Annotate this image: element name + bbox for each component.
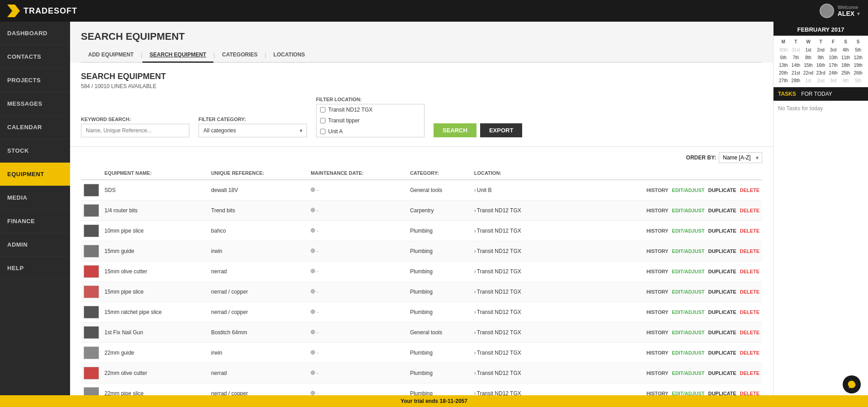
edit-action[interactable]: EDIT/ADJUST: [672, 350, 704, 356]
cal-day[interactable]: 12th: [852, 54, 864, 61]
tab-search[interactable]: SEARCH EQUIPMENT: [142, 48, 213, 63]
cal-day[interactable]: 25th: [840, 69, 852, 77]
sidebar-item-calendar[interactable]: CALENDAR: [0, 116, 70, 139]
edit-action[interactable]: EDIT/ADJUST: [672, 330, 704, 335]
edit-action[interactable]: EDIT/ADJUST: [672, 309, 704, 315]
cal-day[interactable]: 3rd: [827, 77, 840, 84]
edit-action[interactable]: EDIT/ADJUST: [672, 208, 704, 213]
cal-day[interactable]: 18th: [840, 61, 852, 69]
cal-day[interactable]: 17th: [827, 61, 840, 69]
cal-day[interactable]: 14th: [790, 61, 802, 69]
cal-day[interactable]: 20th: [777, 69, 790, 77]
history-action[interactable]: HISTORY: [646, 187, 668, 193]
history-action[interactable]: HISTORY: [646, 391, 668, 395]
history-action[interactable]: HISTORY: [646, 269, 668, 274]
cal-day[interactable]: 1st: [802, 77, 815, 84]
cal-day[interactable]: 16th: [815, 61, 827, 69]
duplicate-action[interactable]: DUPLICATE: [708, 248, 736, 254]
edit-action[interactable]: EDIT/ADJUST: [672, 391, 704, 395]
cal-day[interactable]: 3rd: [827, 46, 840, 54]
sidebar-item-stock[interactable]: STOCK: [0, 139, 70, 163]
cal-day[interactable]: 26th: [852, 69, 864, 77]
cal-day[interactable]: 10th: [827, 54, 840, 61]
duplicate-action[interactable]: DUPLICATE: [708, 289, 736, 295]
delete-action[interactable]: DELETE: [740, 350, 760, 356]
order-by-select[interactable]: Name [A-Z]: [719, 152, 762, 163]
cal-day[interactable]: 9th: [815, 54, 827, 61]
sidebar-item-projects[interactable]: PROJECTS: [0, 69, 70, 92]
duplicate-action[interactable]: DUPLICATE: [708, 187, 736, 193]
cal-day[interactable]: 2nd: [815, 77, 827, 84]
cal-day[interactable]: 31st: [790, 46, 802, 54]
user-menu[interactable]: Welcome ALEX ▼: [820, 4, 861, 18]
tab-locations[interactable]: LOCATIONS: [266, 48, 312, 63]
cal-day[interactable]: 24th: [827, 69, 840, 77]
edit-action[interactable]: EDIT/ADJUST: [672, 269, 704, 274]
export-button[interactable]: EXPORT: [480, 123, 522, 137]
keyword-input[interactable]: [81, 124, 189, 137]
duplicate-action[interactable]: DUPLICATE: [708, 370, 736, 376]
sidebar-item-equipment[interactable]: EQUIPMENT: [0, 163, 70, 186]
cal-day[interactable]: 21st: [790, 69, 802, 77]
edit-action[interactable]: EDIT/ADJUST: [672, 289, 704, 295]
delete-action[interactable]: DELETE: [740, 289, 760, 295]
cal-day[interactable]: 4th: [840, 46, 852, 54]
duplicate-action[interactable]: DUPLICATE: [708, 391, 736, 395]
cal-day[interactable]: 30th: [777, 46, 790, 54]
sidebar-item-help[interactable]: HELP: [0, 257, 70, 280]
duplicate-action[interactable]: DUPLICATE: [708, 309, 736, 315]
logo[interactable]: TRADESOFT: [7, 5, 77, 17]
edit-action[interactable]: EDIT/ADJUST: [672, 228, 704, 234]
history-action[interactable]: HISTORY: [646, 248, 668, 254]
search-button[interactable]: SEARCH: [434, 123, 476, 137]
history-action[interactable]: HISTORY: [646, 350, 668, 356]
category-select[interactable]: All categories: [198, 124, 307, 137]
history-action[interactable]: HISTORY: [646, 370, 668, 376]
cal-day[interactable]: 5th: [852, 77, 864, 84]
duplicate-action[interactable]: DUPLICATE: [708, 330, 736, 335]
delete-action[interactable]: DELETE: [740, 248, 760, 254]
cal-day[interactable]: 2nd: [815, 46, 827, 54]
duplicate-action[interactable]: DUPLICATE: [708, 208, 736, 213]
cal-day[interactable]: 7th: [790, 54, 802, 61]
history-action[interactable]: HISTORY: [646, 289, 668, 295]
delete-action[interactable]: DELETE: [740, 391, 760, 395]
delete-action[interactable]: DELETE: [740, 330, 760, 335]
sidebar-item-finance[interactable]: FINANCE: [0, 210, 70, 233]
cal-day[interactable]: 6th: [777, 54, 790, 61]
location-checkbox-0[interactable]: [320, 107, 326, 112]
sidebar-item-media[interactable]: MEDIA: [0, 186, 70, 210]
history-action[interactable]: HISTORY: [646, 330, 668, 335]
sidebar-item-dashboard[interactable]: DASHBOARD: [0, 22, 70, 45]
history-action[interactable]: HISTORY: [646, 228, 668, 234]
delete-action[interactable]: DELETE: [740, 309, 760, 315]
edit-action[interactable]: EDIT/ADJUST: [672, 248, 704, 254]
sidebar-item-admin[interactable]: ADMIN: [0, 233, 70, 257]
tab-categories[interactable]: CATEGORIES: [215, 48, 264, 63]
cal-day[interactable]: 11th: [840, 54, 852, 61]
cal-day[interactable]: 27th: [777, 77, 790, 84]
history-action[interactable]: HISTORY: [646, 309, 668, 315]
duplicate-action[interactable]: DUPLICATE: [708, 269, 736, 274]
user-dropdown-arrow[interactable]: ▼: [856, 11, 861, 16]
delete-action[interactable]: DELETE: [740, 228, 760, 234]
cal-day[interactable]: 13th: [777, 61, 790, 69]
chat-fab[interactable]: [843, 375, 861, 393]
edit-action[interactable]: EDIT/ADJUST: [672, 370, 704, 376]
location-checkbox-1[interactable]: [320, 118, 326, 123]
cal-day[interactable]: 1st: [802, 46, 815, 54]
location-checkbox-2[interactable]: [320, 129, 326, 134]
duplicate-action[interactable]: DUPLICATE: [708, 228, 736, 234]
cal-day[interactable]: 15th: [802, 61, 815, 69]
tab-add[interactable]: ADD EQUIPMENT: [81, 48, 141, 63]
delete-action[interactable]: DELETE: [740, 187, 760, 193]
edit-action[interactable]: EDIT/ADJUST: [672, 187, 704, 193]
duplicate-action[interactable]: DUPLICATE: [708, 350, 736, 356]
history-action[interactable]: HISTORY: [646, 208, 668, 213]
sidebar-item-messages[interactable]: MESSAGES: [0, 92, 70, 116]
sidebar-item-contacts[interactable]: CONTACTS: [0, 45, 70, 69]
delete-action[interactable]: DELETE: [740, 208, 760, 213]
cal-day[interactable]: 5th: [852, 46, 864, 54]
cal-day[interactable]: 23rd: [815, 69, 827, 77]
cal-day[interactable]: 22nd: [802, 69, 815, 77]
